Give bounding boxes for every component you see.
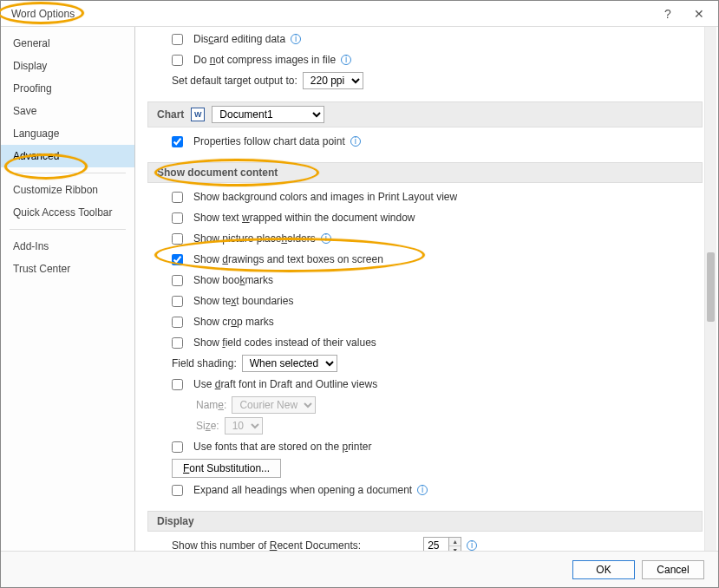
content-pane: Discard editing data i Do not compress i… [147, 27, 703, 551]
recent-docs-label: Show this number of Recent Documents: [172, 539, 361, 551]
display-section-header: Display [147, 511, 703, 532]
info-icon[interactable]: i [417, 485, 428, 495]
field-shading-label: Field shading: [172, 357, 237, 369]
sidebar-item-addins[interactable]: Add-Ins [1, 235, 134, 258]
font-substitution-button[interactable]: Font Substitution... [172, 459, 281, 478]
props-follow-chart-label: Properties follow chart data point [193, 135, 345, 147]
word-doc-icon: W [191, 108, 205, 121]
draft-font-label: Use draft font in Draft and Outline view… [193, 378, 377, 390]
show-fieldcodes-checkbox[interactable] [172, 337, 183, 349]
sidebar-item-trust-center[interactable]: Trust Center [1, 258, 134, 280]
sidebar-item-proofing[interactable]: Proofing [1, 77, 134, 100]
dont-compress-checkbox[interactable] [172, 55, 183, 66]
show-boundaries-checkbox[interactable] [172, 296, 183, 307]
expand-headings-label: Expand all headings when opening a docum… [193, 484, 412, 496]
sidebar-item-save[interactable]: Save [1, 100, 134, 122]
discard-editing-label: Discard editing data [193, 33, 285, 45]
printer-fonts-checkbox[interactable] [172, 441, 183, 453]
dialog-title: Word Options [6, 6, 80, 22]
info-icon[interactable]: i [467, 540, 477, 551]
vertical-scrollbar[interactable] [704, 27, 716, 551]
show-boundaries-label: Show text boundaries [193, 295, 293, 307]
spinner-down-icon[interactable]: ▼ [449, 546, 461, 551]
sidebar-item-display[interactable]: Display [1, 55, 134, 77]
word-options-dialog: Word Options ? ✕ General Display Proofin… [0, 0, 719, 588]
sidebar-item-language[interactable]: Language [1, 122, 134, 145]
sidebar-separator [10, 173, 126, 173]
target-output-select[interactable]: 220 ppi [303, 72, 363, 89]
target-output-label: Set default target output to: [172, 75, 297, 87]
show-bg-label: Show background colors and images in Pri… [193, 191, 457, 203]
show-crop-checkbox[interactable] [172, 317, 183, 328]
dont-compress-label: Do not compress images in file [193, 54, 336, 66]
draft-size-select: 10 [225, 417, 263, 434]
info-icon[interactable]: i [321, 233, 331, 244]
chart-document-select[interactable]: Document1 [212, 106, 324, 123]
sidebar-separator-2 [10, 229, 126, 230]
chart-section-header: Chart W Document1 [147, 101, 703, 127]
display-section-title: Display [157, 515, 194, 527]
show-document-content-header: Show document content [147, 162, 703, 183]
info-icon[interactable]: i [291, 34, 301, 44]
sidebar-item-general[interactable]: General [1, 32, 134, 55]
close-icon[interactable]: ✕ [690, 7, 708, 21]
info-icon[interactable]: i [350, 136, 361, 147]
recent-docs-input[interactable] [424, 538, 448, 551]
show-document-content-title: Show document content [157, 167, 278, 179]
draft-font-checkbox[interactable] [172, 379, 183, 390]
sidebar-item-customize-ribbon[interactable]: Customize Ribbon [1, 179, 134, 201]
show-bg-checkbox[interactable] [172, 192, 183, 203]
show-fieldcodes-label: Show field codes instead of their values [193, 336, 376, 349]
sidebar-item-advanced[interactable]: Advanced [1, 145, 134, 167]
show-placeholders-checkbox[interactable] [172, 233, 183, 245]
draft-name-select: Courier New [232, 396, 316, 414]
draft-size-label: Size: [196, 420, 219, 432]
ok-button[interactable]: OK [572, 560, 635, 579]
props-follow-chart-checkbox[interactable] [172, 136, 183, 147]
discard-editing-checkbox[interactable] [172, 34, 183, 45]
recent-docs-spinner[interactable]: ▲▼ [423, 537, 461, 551]
scrollbar-thumb[interactable] [707, 252, 715, 322]
field-shading-select[interactable]: When selected [242, 355, 337, 372]
sidebar: General Display Proofing Save Language A… [1, 27, 135, 551]
info-icon[interactable]: i [341, 55, 351, 65]
show-bookmarks-checkbox[interactable] [172, 275, 183, 286]
spinner-up-icon[interactable]: ▲ [449, 538, 461, 546]
dialog-footer: OK Cancel [1, 551, 718, 587]
help-icon[interactable]: ? [659, 7, 677, 21]
cancel-button[interactable]: Cancel [642, 560, 704, 579]
draft-name-label: Name: [196, 399, 226, 411]
show-wrap-checkbox[interactable] [172, 212, 183, 224]
show-wrap-label: Show text wrapped within the document wi… [193, 212, 415, 224]
show-drawings-checkbox[interactable] [172, 254, 183, 265]
printer-fonts-label: Use fonts that are stored on the printer [193, 441, 371, 453]
show-drawings-label: Show drawings and text boxes on screen [193, 253, 383, 265]
sidebar-item-qat[interactable]: Quick Access Toolbar [1, 201, 134, 224]
show-placeholders-label: Show picture placeholders [193, 232, 316, 245]
show-bookmarks-label: Show bookmarks [193, 274, 273, 286]
chart-section-title: Chart [157, 108, 184, 121]
expand-headings-checkbox[interactable] [172, 485, 183, 496]
titlebar: Word Options ? ✕ [1, 1, 718, 27]
show-crop-label: Show crop marks [193, 316, 274, 328]
